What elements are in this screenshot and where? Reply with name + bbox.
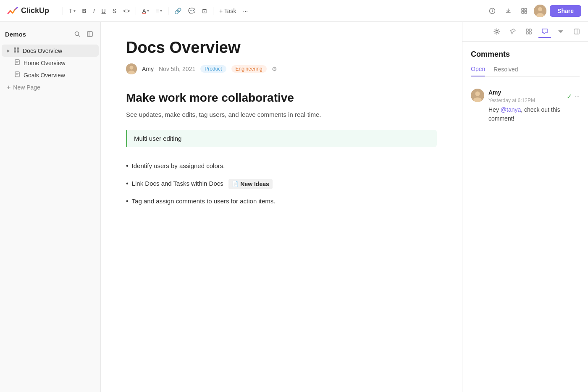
bold-button[interactable]: B [80, 5, 89, 17]
bullet-list: • Identify users by assigned colors. • L… [126, 157, 437, 210]
sidebar-item-home-overview[interactable]: Home Overview [2, 57, 99, 69]
align-button[interactable]: ≡ ▾ [153, 5, 165, 17]
main-layout: Demos ▶ Docs Overview Home Overv [0, 22, 588, 392]
sidebar-collapse-button[interactable] [84, 29, 95, 39]
panel-panel-button[interactable] [570, 25, 583, 38]
svg-point-19 [496, 31, 498, 33]
panel-settings-button[interactable] [491, 25, 503, 38]
history-button[interactable] [486, 5, 499, 17]
toolbar-separator-3 [168, 7, 168, 15]
sidebar-header: Demos [0, 27, 100, 45]
comment-item-1: Amy Yesterday at 6:12PM ✓ ··· Hey @tanya… [471, 85, 580, 126]
comment-time: Yesterday at 6:12PM [488, 97, 535, 103]
document-date: Nov 5th, 2021 [159, 66, 195, 72]
tab-open[interactable]: Open [471, 66, 485, 76]
comment-body: Amy Yesterday at 6:12PM ✓ ··· Hey @tanya… [488, 89, 580, 123]
right-panel: Comments Open Resolved Amy Yesterday at … [462, 22, 588, 392]
link-button[interactable]: 🔗 [172, 5, 184, 17]
svg-rect-24 [574, 29, 579, 34]
sidebar-title: Demos [5, 31, 26, 38]
comment-avatar [471, 89, 484, 102]
more-options-button[interactable]: ··· [241, 5, 251, 17]
section-subtext: See updates, make edits, tag users, and … [126, 110, 437, 120]
bullet-item-3: • Tag and assign comments to users for a… [126, 192, 437, 210]
author-avatar [126, 63, 137, 74]
comment-icon: 💬 [188, 8, 195, 14]
sidebar: Demos ▶ Docs Overview Home Overv [0, 22, 101, 392]
comment-text: Hey @tanya, check out this comment! [488, 105, 580, 123]
bullet-dot-2: • [126, 178, 129, 189]
svg-point-26 [475, 92, 480, 96]
svg-rect-4 [525, 11, 527, 13]
doc-icon-2 [14, 71, 20, 79]
share-button[interactable]: Share [550, 5, 581, 17]
export-button[interactable] [502, 5, 514, 17]
doc-link-new-ideas[interactable]: 📄 New Ideas [228, 179, 272, 189]
embed-icon: ⊡ [202, 8, 207, 14]
svg-rect-12 [14, 50, 16, 53]
comment-header: Amy Yesterday at 6:12PM ✓ ··· [488, 89, 580, 104]
tab-resolved[interactable]: Resolved [494, 66, 518, 76]
panel-grid-button[interactable] [522, 25, 535, 38]
panel-comments-button[interactable] [538, 25, 551, 38]
tag-engineering[interactable]: Engineering [231, 65, 267, 73]
svg-rect-3 [522, 11, 524, 13]
app-logo[interactable]: ClickUp [7, 5, 49, 17]
italic-button[interactable]: I [91, 5, 97, 17]
chevron-right-icon: ▶ [7, 48, 10, 53]
svg-rect-20 [526, 29, 528, 31]
user-avatar[interactable] [534, 5, 546, 17]
panel-sort-button[interactable] [554, 25, 567, 38]
toolbar-separator-1 [63, 7, 63, 15]
comment-more-button[interactable]: ··· [575, 93, 580, 100]
tag-product[interactable]: Product [200, 65, 226, 73]
panel-toolbar [462, 22, 588, 42]
document-meta: Amy Nov 5th, 2021 Product Engineering ⚙ [126, 63, 437, 74]
layout-button[interactable] [518, 5, 530, 17]
doc-icon-1 [14, 59, 20, 66]
svg-rect-13 [17, 50, 19, 53]
sidebar-item-goals-overview[interactable]: Goals Overview [2, 69, 99, 81]
svg-rect-23 [529, 32, 531, 34]
strikethrough-button[interactable]: S [110, 5, 119, 17]
link-icon: 🔗 [174, 8, 181, 14]
underline-button[interactable]: U [99, 5, 108, 17]
new-page-button[interactable]: + New Page [2, 81, 99, 94]
document-content: Docs Overview Amy Nov 5th, 2021 Product … [101, 22, 462, 392]
comments-section: Comments Open Resolved Amy Yesterday at … [462, 42, 588, 392]
svg-rect-14 [15, 60, 19, 65]
comments-title: Comments [471, 50, 580, 59]
bullet-item-2: • Link Docs and Tasks within Docs 📄 New … [126, 175, 437, 193]
svg-rect-9 [87, 32, 92, 37]
svg-rect-22 [526, 32, 528, 34]
toolbar-right: Share [486, 5, 581, 17]
plus-icon: + [7, 84, 10, 91]
sidebar-item-docs-overview[interactable]: ▶ Docs Overview [2, 45, 99, 57]
code-button[interactable]: <> [121, 5, 132, 17]
sidebar-item-label-home: Home Overview [24, 60, 66, 66]
author-name: Amy [142, 66, 154, 72]
svg-rect-21 [529, 29, 531, 31]
font-color-button[interactable]: A ▾ [139, 5, 151, 17]
settings-icon[interactable]: ⚙ [272, 66, 277, 72]
svg-point-6 [538, 7, 542, 11]
doc-link-icon: 📄 [232, 180, 239, 189]
toolbar-separator-2 [136, 7, 136, 15]
logo-text: ClickUp [21, 6, 49, 15]
sidebar-search-button[interactable] [72, 29, 83, 39]
add-task-button[interactable]: + Task [217, 5, 239, 17]
panel-pin-button[interactable] [507, 25, 519, 38]
resolve-comment-button[interactable]: ✓ [567, 92, 572, 100]
document-title: Docs Overview [126, 39, 437, 57]
comment-mention[interactable]: @tanya [501, 106, 521, 113]
comment-button[interactable]: 💬 [186, 5, 198, 17]
text-style-button[interactable]: T ▾ [66, 5, 78, 17]
svg-rect-11 [17, 47, 19, 50]
svg-rect-10 [14, 47, 16, 50]
svg-rect-1 [522, 8, 524, 11]
embed-button[interactable]: ⊡ [200, 5, 210, 17]
main-toolbar: ClickUp T ▾ B I U S <> A ▾ ≡ ▾ 🔗 💬 ⊡ + T… [0, 0, 588, 22]
svg-rect-15 [15, 72, 19, 77]
grid-icon [13, 47, 19, 54]
comments-tabs: Open Resolved [471, 66, 580, 77]
